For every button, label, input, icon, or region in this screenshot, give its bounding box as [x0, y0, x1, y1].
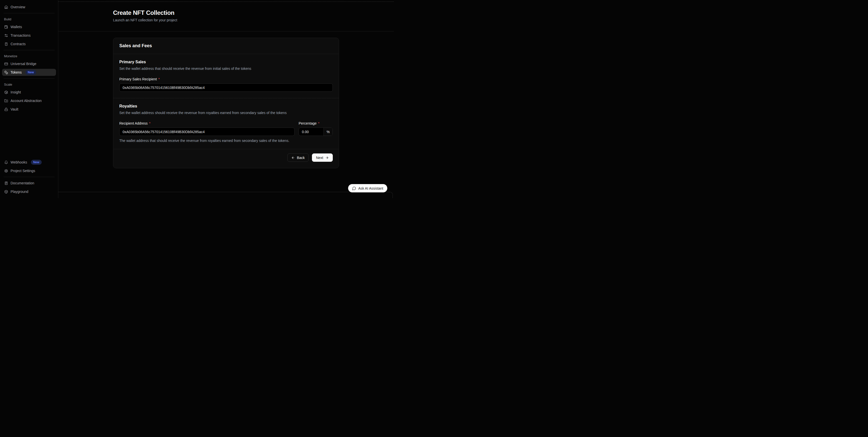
sidebar-item-vault[interactable]: Vault: [2, 106, 56, 113]
book-icon: [4, 181, 8, 185]
back-button-label: Back: [297, 156, 305, 160]
sidebar-item-label: Account Abstraction: [10, 99, 42, 103]
recipient-address-label: Recipient Address*: [119, 121, 294, 125]
home-icon: [4, 5, 8, 9]
primary-sales-section: Primary Sales Set the wallet address tha…: [113, 54, 339, 98]
sidebar-item-transactions[interactable]: Transactions: [2, 32, 56, 39]
sidebar-item-project-settings[interactable]: Project Settings: [2, 167, 56, 174]
wallet-icon: [4, 25, 8, 29]
royalties-helper-text: The wallet address that should receive t…: [119, 138, 333, 143]
label-text: Percentage: [299, 121, 317, 125]
page-header: Create NFT Collection Launch an NFT coll…: [58, 2, 394, 31]
royalties-heading: Royalties: [119, 104, 333, 108]
sidebar-item-label: Playground: [10, 190, 28, 194]
sidebar-item-insight[interactable]: Insight: [2, 89, 56, 96]
bottom-panel-edge: [58, 192, 393, 198]
label-text: Primary Sales Recipient: [119, 77, 157, 81]
required-asterisk: *: [149, 121, 150, 125]
sidebar-item-label: Contracts: [10, 42, 26, 46]
primary-sales-recipient-input[interactable]: [119, 83, 333, 92]
recipient-address-field: Recipient Address*: [119, 115, 294, 136]
label-text: Recipient Address: [119, 121, 148, 125]
content-area: Sales and Fees Primary Sales Set the wal…: [58, 31, 394, 192]
new-badge: New: [31, 160, 42, 164]
primary-sales-heading: Primary Sales: [119, 60, 333, 64]
percentage-label: Percentage*: [299, 121, 333, 125]
card-footer: Back Next: [113, 149, 339, 168]
sidebar-item-account-abstraction[interactable]: Account Abstraction: [2, 97, 56, 104]
required-asterisk: *: [318, 121, 319, 125]
sidebar-item-playground[interactable]: Playground: [2, 188, 56, 195]
document-icon: [4, 42, 8, 46]
sidebar-spacer: [2, 114, 56, 159]
sidebar-section-build: Build: [2, 17, 56, 21]
chat-bubble-icon: [352, 186, 356, 190]
sidebar-item-tokens[interactable]: Tokens New: [2, 69, 56, 76]
sidebar-item-label: Project Settings: [10, 169, 35, 173]
card-header: Sales and Fees: [113, 38, 339, 54]
ask-ai-assistant-label: Ask AI Assistant: [358, 186, 383, 190]
percentage-field: Percentage* %: [299, 115, 333, 136]
main-area: Create NFT Collection Launch an NFT coll…: [58, 0, 394, 198]
sidebar: Overview Build Wallets Transactions Cont…: [0, 0, 58, 198]
sidebar-item-label: Tokens: [10, 70, 22, 74]
sidebar-item-label: Transactions: [10, 33, 31, 37]
sidebar-item-wallets[interactable]: Wallets: [2, 23, 56, 30]
ask-ai-assistant-button[interactable]: Ask AI Assistant: [348, 184, 387, 192]
royalties-section: Royalties Set the wallet address should …: [113, 98, 339, 149]
divider: [3, 50, 55, 50]
arrow-left-icon: [291, 156, 295, 159]
sidebar-item-label: Webhooks: [10, 160, 27, 164]
sidebar-section-monetize: Monetize: [2, 54, 56, 58]
sidebar-item-universal-bridge[interactable]: Universal Bridge: [2, 60, 56, 67]
sidebar-item-label: Universal Bridge: [10, 62, 36, 66]
percentage-input-group: %: [299, 128, 333, 136]
smart-wallet-icon: [4, 99, 8, 103]
percent-suffix: %: [323, 128, 333, 136]
next-button[interactable]: Next: [312, 153, 333, 162]
next-button-label: Next: [316, 156, 323, 160]
cube-icon: [4, 190, 8, 194]
sidebar-section-scale: Scale: [2, 83, 56, 86]
percentage-input[interactable]: [299, 128, 323, 136]
page-title: Create NFT Collection: [113, 9, 394, 16]
sidebar-item-label: Vault: [10, 107, 18, 111]
sidebar-item-overview[interactable]: Overview: [2, 3, 56, 10]
sidebar-item-label: Insight: [10, 90, 21, 94]
page-subtitle: Launch an NFT collection for your projec…: [113, 18, 394, 22]
sidebar-item-label: Overview: [10, 5, 25, 9]
primary-sales-description: Set the wallet address that should recei…: [119, 67, 333, 70]
sidebar-item-label: Wallets: [10, 25, 22, 29]
sales-and-fees-card: Sales and Fees Primary Sales Set the wal…: [113, 38, 339, 168]
gear-icon: [4, 169, 8, 173]
lock-icon: [4, 107, 8, 111]
back-button[interactable]: Back: [287, 153, 309, 162]
required-asterisk: *: [158, 77, 159, 81]
arrows-left-right-icon: [4, 33, 8, 37]
main-frame: Create NFT Collection Launch an NFT coll…: [58, 1, 394, 198]
card-title: Sales and Fees: [119, 43, 333, 49]
package-search-icon: [4, 90, 8, 94]
divider: [3, 13, 55, 13]
royalties-description: Set the wallet address should receive th…: [119, 111, 333, 115]
primary-sales-recipient-label: Primary Sales Recipient*: [119, 77, 333, 81]
arrow-right-icon: [325, 156, 329, 159]
credit-card-icon: [4, 62, 8, 66]
royalties-field-row: Recipient Address* Percentage* %: [119, 115, 333, 136]
recipient-address-input[interactable]: [119, 128, 294, 136]
divider: [3, 177, 55, 177]
sidebar-item-webhooks[interactable]: Webhooks New: [2, 159, 56, 166]
coins-icon: [4, 70, 8, 74]
bell-icon: [4, 160, 8, 164]
sidebar-item-label: Documentation: [10, 181, 34, 185]
sidebar-item-documentation[interactable]: Documentation: [2, 180, 56, 187]
sidebar-item-contracts[interactable]: Contracts: [2, 40, 56, 48]
new-badge: New: [25, 70, 36, 74]
